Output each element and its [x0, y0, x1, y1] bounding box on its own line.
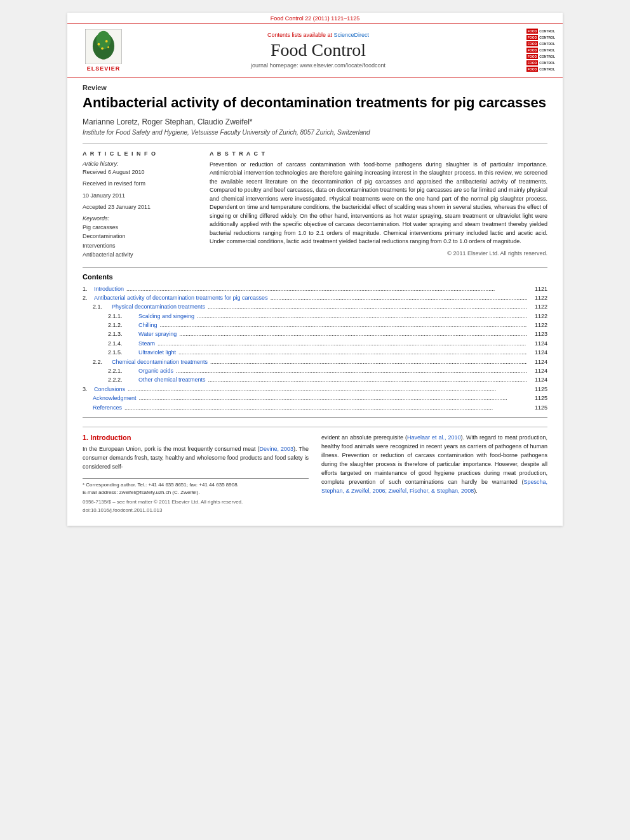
toc-label[interactable]: Water spraying	[138, 330, 177, 338]
intro-para1: In the European Union, pork is the most …	[83, 445, 309, 472]
intro-heading: 1. Introduction	[83, 434, 309, 441]
toc-label[interactable]: References	[93, 403, 122, 412]
elsevier-label: ELSEVIER	[87, 65, 121, 72]
toc-page: 1121	[528, 284, 547, 293]
affiliation: Institute for Food Safety and Hygiene, V…	[83, 129, 547, 136]
footnote-corresponding: * Corresponding author. Tel.: +41 44 635…	[83, 481, 309, 489]
article-title: Antibacterial activity of decontaminatio…	[83, 94, 547, 112]
svg-point-7	[107, 46, 109, 48]
toc-page: 1122	[528, 321, 547, 330]
toc-entry: 1. Introduction 1121	[83, 284, 547, 293]
toc-page: 1124	[528, 366, 547, 375]
toc-page: 1124	[528, 348, 547, 357]
toc-dots	[126, 284, 527, 293]
article-info-col: A R T I C L E I N F O Article history: R…	[83, 150, 197, 260]
toc-dots	[178, 348, 527, 357]
toc-label[interactable]: Chilling	[138, 321, 158, 330]
toc-label[interactable]: Organic acids	[138, 366, 173, 375]
toc-entry: 2.1.3. Water spraying 1123	[83, 330, 547, 338]
journal-center: Contents lists available at ScienceDirec…	[132, 32, 504, 69]
toc-label[interactable]: Acknowledgment	[93, 394, 137, 403]
toc-sub2: 2.1.5.	[108, 348, 138, 357]
toc-label[interactable]: Introduction	[94, 284, 124, 293]
toc-dots	[139, 394, 527, 403]
toc-page: 1125	[528, 394, 547, 403]
toc-page: 1125	[528, 385, 547, 394]
toc-label[interactable]: Steam	[138, 339, 155, 348]
devine-ref[interactable]: Devine, 2003	[260, 446, 294, 452]
food-control-logo: FOODCONTROL FOODCONTROL FOODCONTROL FOOD…	[504, 29, 555, 72]
svg-point-5	[105, 40, 108, 43]
toc-sub2: 2.1.2.	[108, 321, 138, 330]
toc-label[interactable]: Other chemical treatments	[138, 375, 206, 384]
journal-doi: doi:10.1016/j.foodcont.2011.01.013	[83, 507, 309, 513]
toc-entry: References 1125	[83, 403, 547, 412]
toc-sub2: 2.1.1.	[108, 312, 138, 321]
toc-num: 1.	[83, 284, 94, 293]
abstract-col: A B S T R A C T Prevention or reduction …	[210, 150, 547, 260]
sciencedirect-line: Contents lists available at ScienceDirec…	[132, 32, 504, 38]
page: Food Control 22 (2011) 1121–1125 E	[67, 13, 563, 526]
toc-entry: 2.1.1. Scalding and singeing 1122	[83, 312, 547, 321]
toc-container: 1. Introduction 1121 2. Antibacterial ac…	[83, 284, 547, 412]
journal-header: ELSEVIER Contents lists available at Sci…	[67, 23, 563, 77]
toc-label[interactable]: Chemical decontamination treatments	[112, 357, 208, 366]
toc-label[interactable]: Conclusions	[94, 385, 125, 394]
article-info-title: A R T I C L E I N F O	[83, 150, 197, 157]
contents-section: Contents 1. Introduction 1121 2. Antibac…	[83, 267, 547, 418]
toc-label[interactable]: Antibacterial activity of decontaminatio…	[94, 293, 268, 302]
toc-entry: 2.2.2. Other chemical treatments 1124	[83, 375, 547, 384]
contents-title: Contents	[83, 273, 547, 281]
received-date: Received 6 August 2010	[83, 168, 197, 177]
keywords-label: Keywords:	[83, 215, 197, 222]
accepted-date: Accepted 23 January 2011	[83, 203, 197, 211]
elsevier-logo: ELSEVIER	[75, 29, 132, 72]
article-body: Review Antibacterial activity of deconta…	[67, 77, 563, 526]
toc-sub2: 2.2.2.	[108, 375, 138, 384]
toc-page: 1124	[528, 375, 547, 384]
toc-entry: 2.1.5. Ultraviolet light 1124	[83, 348, 547, 357]
toc-page: 1122	[528, 302, 547, 311]
toc-sub2: 2.1.3.	[108, 330, 138, 338]
toc-sub1: 2.2.	[93, 357, 112, 366]
email-link[interactable]: zweifel@fsafety.uzh.ch	[119, 490, 171, 495]
toc-dots	[197, 312, 527, 321]
article-right: evident an absolute prerequisite (Havela…	[321, 434, 547, 513]
keyword-2: Decontamination	[83, 232, 197, 241]
keyword-3: Interventions	[83, 241, 197, 250]
elsevier-tree-icon	[84, 29, 123, 64]
review-label: Review	[83, 84, 547, 91]
toc-dots	[160, 321, 527, 330]
havelaar-ref[interactable]: Havelaar et al., 2010	[407, 434, 461, 441]
spescha-ref[interactable]: Spescha, Stephan, & Zweifel, 2006; Zweif…	[321, 479, 547, 494]
toc-dots	[208, 375, 527, 384]
keyword-4: Antibacterial activity	[83, 250, 197, 259]
toc-dots	[271, 293, 527, 302]
toc-entry: 2.1.2. Chilling 1122	[83, 321, 547, 330]
toc-dots	[158, 339, 527, 348]
toc-dots	[208, 302, 527, 311]
revised-date: 10 January 2011	[83, 192, 197, 200]
toc-entry: 2.2.1. Organic acids 1124	[83, 366, 547, 375]
journal-title: Food Control	[132, 39, 504, 61]
svg-point-6	[101, 47, 104, 50]
abstract-title: A B S T R A C T	[210, 150, 547, 157]
toc-page: 1122	[528, 293, 547, 302]
intro-para1-right: evident an absolute prerequisite (Havela…	[321, 434, 547, 496]
toc-sub2: 2.2.1.	[108, 366, 138, 375]
toc-label[interactable]: Scalding and singeing	[138, 312, 194, 321]
footnote-area: * Corresponding author. Tel.: +41 44 635…	[83, 478, 309, 497]
journal-issn: 0956-7135/$ – see front matter © 2011 El…	[83, 499, 309, 505]
article-left: 1. Introduction In the European Union, p…	[83, 434, 309, 513]
history-label: Article history:	[83, 161, 197, 167]
copyright: © 2011 Elsevier Ltd. All rights reserved…	[210, 250, 547, 257]
section-divider	[83, 427, 547, 427]
journal-homepage: journal homepage: www.elsevier.com/locat…	[132, 62, 504, 69]
toc-label[interactable]: Physical decontamination treatments	[112, 302, 205, 311]
sciencedirect-link-text[interactable]: ScienceDirect	[334, 32, 370, 38]
toc-num: 3.	[83, 385, 94, 394]
toc-page: 1123	[528, 330, 547, 338]
toc-label[interactable]: Ultraviolet light	[138, 348, 176, 357]
toc-dots	[176, 366, 527, 375]
toc-page: 1122	[528, 312, 547, 321]
